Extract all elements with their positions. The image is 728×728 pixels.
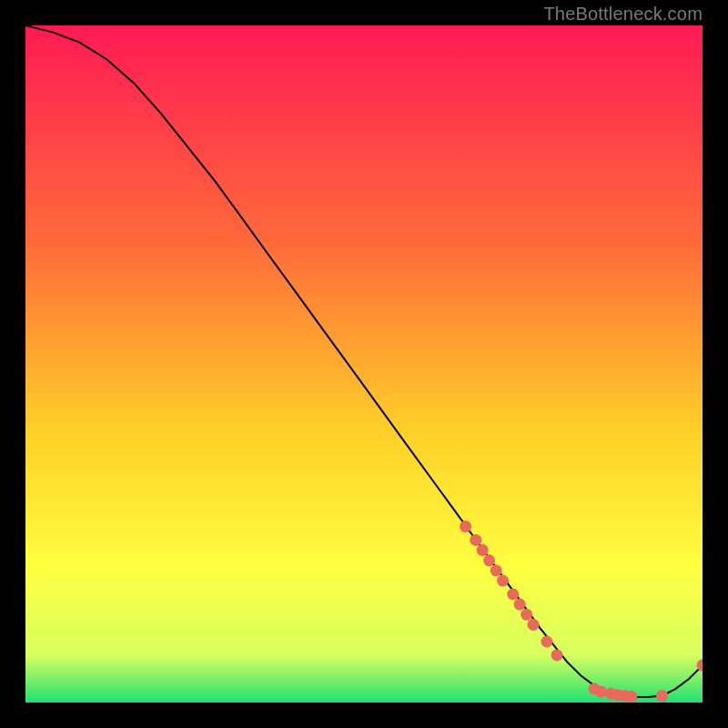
chart-svg <box>25 25 703 703</box>
chart-marker <box>521 609 532 621</box>
chart-marker <box>470 534 481 546</box>
chart-marker <box>541 636 552 648</box>
chart-marker <box>497 575 509 587</box>
chart-marker <box>490 564 502 576</box>
chart-marker <box>625 691 637 703</box>
chart-plot-area <box>25 25 703 703</box>
chart-marker <box>477 544 489 556</box>
chart-stage: TheBottleneck.com <box>0 0 728 728</box>
chart-marker <box>528 619 540 631</box>
chart-marker <box>507 589 519 601</box>
chart-background-gradient <box>25 25 703 703</box>
chart-marker <box>514 599 526 611</box>
watermark-text: TheBottleneck.com <box>543 4 703 25</box>
chart-marker <box>460 521 471 532</box>
chart-marker <box>656 690 668 702</box>
chart-marker <box>551 649 563 661</box>
chart-marker <box>595 686 607 698</box>
chart-marker <box>483 554 495 566</box>
